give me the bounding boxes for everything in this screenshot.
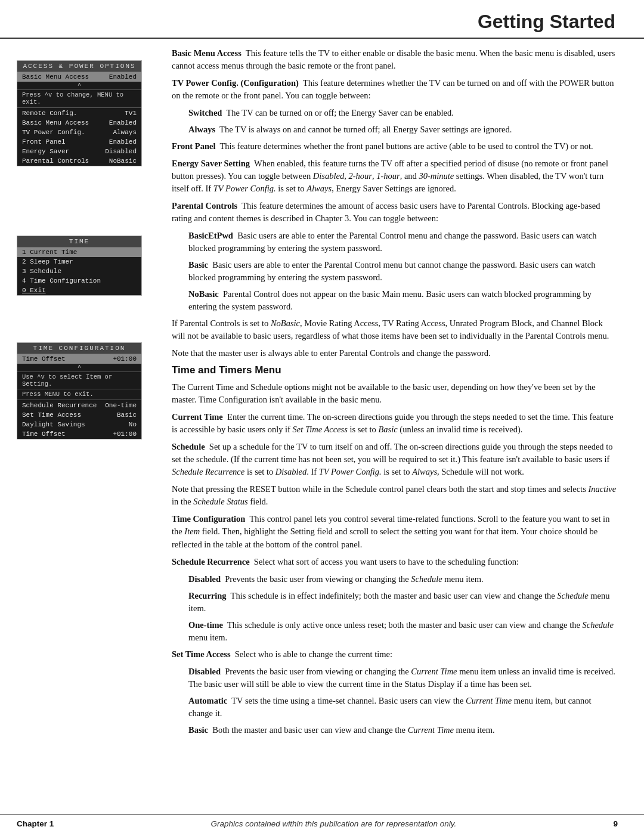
time-intro-para: The Current Time and Schedule options mi…: [172, 381, 618, 406]
set-time-access-intro-term: Set Time Access: [172, 649, 231, 659]
parental-controls-row: Parental Controls NoBasic: [17, 156, 141, 166]
time-offset-value2: +01:00: [113, 431, 137, 438]
nobasic-block: NoBasic Parental Control does not appear…: [188, 288, 618, 313]
disabled-schedule-text: Disabled Prevents the basic user from vi…: [188, 573, 618, 586]
schedule-recurrence-intro-para: Schedule Recurrence Select what sort of …: [172, 556, 618, 568]
front-panel-row: Front Panel Enabled: [17, 137, 141, 147]
front-panel-para: Front Panel This feature determines whet…: [172, 140, 618, 153]
front-panel-value: Enabled: [109, 138, 137, 145]
time-schedule-row: 3 Schedule: [17, 267, 141, 276]
time-config-divider: [17, 400, 141, 400]
basicetpwd-text: BasicEtPwd Basic users are able to enter…: [188, 230, 618, 255]
schedule-para: Schedule Set up a schedule for the TV to…: [172, 441, 618, 478]
access-divider: [17, 107, 141, 108]
schedule-term: Schedule: [172, 442, 205, 451]
basicetpwd-block: BasicEtPwd Basic users are able to enter…: [188, 230, 618, 255]
time-config-para-text: Time Configuration This control panel le…: [172, 513, 618, 550]
set-time-access-label: Set Time Access: [22, 411, 81, 419]
set-time-access-value: Basic: [117, 411, 137, 419]
access-caret: ^: [17, 82, 141, 89]
basic-menu-label2: Basic Menu Access: [22, 119, 89, 126]
basic-time-term: Basic: [188, 725, 208, 735]
parental-controls-term: Parental Controls: [172, 201, 237, 210]
time-config-row: 4 Time Configuration: [17, 276, 141, 286]
disabled-time-text: Disabled Prevents the basic user from vi…: [188, 665, 618, 690]
disabled-time-block: Disabled Prevents the basic user from vi…: [188, 665, 618, 690]
page-title: Getting Started: [29, 11, 615, 33]
basic-block: Basic Basic users are able to enter the …: [188, 259, 618, 284]
front-panel-term: Front Panel: [172, 141, 215, 151]
time-config-term: Time Configuration: [172, 514, 245, 524]
energy-saver-row: Energy Saver Disabled: [17, 147, 141, 156]
switched-text: Switched The TV can be turned on or off;…: [188, 107, 618, 119]
nobasic-term: NoBasic: [188, 289, 219, 299]
time-offset-label2: Time Offset: [22, 431, 66, 438]
basic-menu-access-term: Basic Menu Access: [172, 48, 242, 58]
time-panel: TIME 1 Current Time 2 Sleep Timer 3 Sche…: [17, 236, 142, 296]
daylight-savings-label: Daylight Savings: [22, 421, 85, 428]
tv-power-label: TV Power Config.: [22, 129, 85, 136]
energy-saver-value: Disabled: [105, 148, 137, 155]
basic-term: Basic: [188, 260, 208, 270]
basic-menu-access-para: Basic Menu Access This feature tells the…: [172, 47, 618, 72]
energy-saver-label: Energy Saver: [22, 148, 69, 155]
set-time-access-intro-para: Set Time Access Select who is able to ch…: [172, 648, 618, 661]
one-time-text: One-time This schedule is only active on…: [188, 619, 618, 644]
nobasic-text: NoBasic Parental Control does not appear…: [188, 288, 618, 313]
time-sleep-row: 2 Sleep Timer: [17, 257, 141, 267]
basic-menu-access-row: Basic Menu Access Enabled: [17, 72, 141, 82]
basic-menu-row2: Basic Menu Access Enabled: [17, 118, 141, 128]
remote-config-label: Remote Config.: [22, 110, 77, 117]
access-note: Press ^v to change, MENU to exit.: [17, 89, 141, 107]
schedule-recurrence-intro-term: Schedule Recurrence: [172, 557, 250, 566]
parental-controls-para: Parental Controls This feature determine…: [172, 200, 618, 225]
basic-menu-value2: Enabled: [109, 119, 137, 126]
automatic-text: Automatic TV sets the time using a time-…: [188, 695, 618, 720]
basicetpwd-term: BasicEtPwd: [188, 231, 233, 240]
basic-menu-access-value: Enabled: [109, 73, 137, 80]
page-footer: Chapter 1 Graphics contained within this…: [0, 814, 644, 833]
basic-time-block: Basic Both the master and basic user can…: [188, 724, 618, 736]
energy-saver-para: Energy Saver Setting When enabled, this …: [172, 157, 618, 195]
daylight-savings-value: No: [129, 421, 137, 428]
parental-note1: If Parental Controls is set to NoBasic, …: [172, 317, 618, 342]
page-header: Getting Started: [0, 0, 644, 39]
tv-power-row: TV Power Config. Always: [17, 128, 141, 137]
disabled-schedule-term: Disabled: [188, 574, 221, 584]
time-config-panel: TIME CONFIGURATION Time Offset +01:00 ^ …: [17, 342, 142, 439]
remote-config-value: TV1: [125, 110, 137, 117]
time-config-panel-title: TIME CONFIGURATION: [17, 343, 141, 354]
footer-page-number: 9: [613, 819, 618, 828]
tv-power-config-para: TV Power Config. (Configuration) This fe…: [172, 77, 618, 102]
automatic-block: Automatic TV sets the time using a time-…: [188, 695, 618, 720]
time-current-time-row: 1 Current Time: [17, 247, 141, 257]
always-block: Always The TV is always on and cannot be…: [188, 123, 618, 136]
energy-saver-term: Energy Saver Setting: [172, 159, 250, 168]
footer-note: Graphics contained within this publicati…: [211, 819, 457, 828]
always-text: Always The TV is always on and cannot be…: [188, 123, 618, 136]
recurring-block: Recurring This schedule is in effect ind…: [188, 590, 618, 615]
time-offset-value: +01:00: [113, 355, 137, 363]
recurring-term: Recurring: [188, 591, 227, 600]
time-config-note1: Use ^v to select Item or Setting.: [17, 371, 141, 389]
time-offset-row2: Time Offset +01:00: [17, 429, 141, 439]
current-time-para: Current Time Enter the current time. The…: [172, 411, 618, 436]
time-section-heading: Time and Timers Menu: [172, 364, 618, 376]
remote-config-row: Remote Config. TV1: [17, 109, 141, 118]
disabled-schedule-block: Disabled Prevents the basic user from vi…: [188, 573, 618, 586]
access-power-panel: ACCESS & POWER OPTIONS Basic Menu Access…: [17, 60, 142, 166]
front-panel-label: Front Panel: [22, 138, 66, 145]
left-column: ACCESS & POWER OPTIONS Basic Menu Access…: [0, 39, 161, 749]
time-exit-row: 0 Exit: [17, 286, 141, 295]
parental-controls-label: Parental Controls: [22, 157, 89, 165]
parental-controls-value: NoBasic: [109, 157, 137, 165]
schedule-recurrence-label: Schedule Recurrence: [22, 402, 97, 409]
current-time-term: Current Time: [172, 412, 223, 422]
tv-power-config-term: TV Power Config. (Configuration): [172, 78, 299, 88]
tv-power-value: Always: [113, 129, 137, 136]
daylight-savings-row: Daylight Savings No: [17, 420, 141, 429]
schedule-recurrence-value: One-time: [105, 402, 137, 409]
one-time-term: One-time: [188, 620, 223, 630]
time-config-note2: Press MENU to exit.: [17, 389, 141, 399]
footer-chapter: Chapter 1: [17, 819, 54, 828]
